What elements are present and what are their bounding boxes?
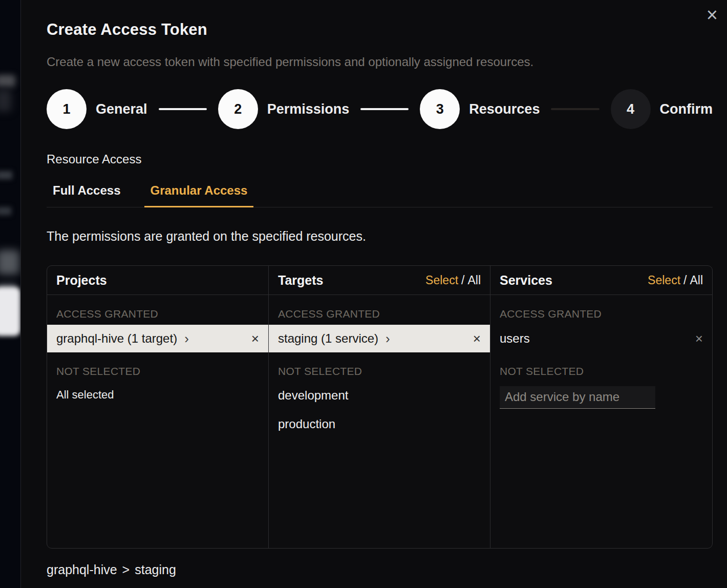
chevron-right-icon: › (386, 332, 390, 345)
close-icon[interactable]: × (707, 5, 718, 25)
background-blur-shape (0, 207, 11, 215)
selected-target-label: staging (1 service) (278, 331, 378, 346)
resource-picker-table: Projects ACCESS GRANTED graphql-hive (1 … (47, 265, 713, 549)
step-label: Resources (469, 101, 540, 117)
select-links-divider: / (461, 274, 464, 287)
tab-granular-access[interactable]: Granular Access (144, 183, 254, 207)
projects-all-selected-note: All selected (47, 388, 268, 402)
step-confirm[interactable]: 4 Confirm (611, 89, 713, 129)
projects-column-header: Projects (47, 266, 268, 295)
targets-column-title: Targets (278, 273, 323, 288)
targets-not-selected-label: NOT SELECTED (269, 365, 490, 377)
step-resources[interactable]: 3 Resources (420, 89, 540, 129)
services-access-granted-label: ACCESS GRANTED (490, 308, 712, 320)
projects-access-granted-label: ACCESS GRANTED (47, 308, 268, 320)
modal-title: Create Access Token (47, 20, 713, 39)
step-connector (159, 108, 207, 110)
targets-select-links: Select/All (425, 274, 481, 287)
step-label: General (96, 101, 147, 117)
targets-all-link[interactable]: All (467, 274, 481, 287)
step-label: Confirm (660, 101, 713, 117)
resource-access-heading: Resource Access (47, 152, 713, 166)
breadcrumb-target: staging (135, 562, 176, 577)
background-blur-shape (0, 250, 19, 275)
projects-not-selected-label: NOT SELECTED (47, 365, 268, 377)
breadcrumb: graphql-hive > staging (47, 562, 713, 577)
step-number-circle: 1 (47, 89, 87, 129)
selected-target-row[interactable]: staging (1 service) › × (269, 325, 490, 352)
remove-service-icon[interactable]: × (695, 332, 703, 345)
step-connector (360, 108, 409, 110)
background-blur-shape (0, 75, 15, 87)
background-page-strip (0, 0, 20, 588)
targets-select-link[interactable]: Select (425, 274, 458, 287)
selected-project-row[interactable]: graphql-hive (1 target) › × (47, 325, 268, 352)
selected-project-label: graphql-hive (1 target) (56, 331, 177, 346)
services-column-title: Services (500, 273, 552, 288)
select-links-divider: / (683, 274, 687, 287)
breadcrumb-separator: > (122, 562, 130, 577)
background-blur-shape (0, 89, 11, 112)
selected-service-label: users (500, 331, 530, 346)
modal-subtitle: Create a new access token with specified… (47, 55, 713, 69)
remove-project-icon[interactable]: × (251, 332, 259, 345)
step-number-circle: 3 (420, 89, 460, 129)
background-blur-shape (0, 171, 12, 179)
background-blur-shape (0, 287, 20, 336)
services-column-header: Services Select/All (490, 266, 712, 295)
projects-column: Projects ACCESS GRANTED graphql-hive (1 … (47, 266, 269, 548)
chevron-right-icon: › (184, 332, 189, 345)
breadcrumb-project: graphql-hive (47, 562, 117, 577)
targets-column: Targets Select/All ACCESS GRANTED stagin… (269, 266, 490, 548)
step-label: Permissions (267, 101, 350, 117)
target-item-production[interactable]: production (269, 410, 490, 438)
step-general[interactable]: 1 General (47, 89, 147, 129)
targets-column-header: Targets Select/All (269, 266, 490, 295)
targets-unselected-list: development production (269, 381, 490, 438)
access-mode-tabs: Full Access Granular Access (47, 183, 713, 207)
granular-access-description: The permissions are granted on the speci… (47, 229, 713, 244)
selected-service-row[interactable]: users × (490, 325, 712, 352)
tab-full-access[interactable]: Full Access (47, 183, 127, 207)
projects-column-title: Projects (56, 273, 107, 288)
step-permissions[interactable]: 2 Permissions (218, 89, 350, 129)
target-item-development[interactable]: development (269, 381, 490, 410)
step-number-circle: 4 (611, 89, 651, 129)
wizard-stepper: 1 General 2 Permissions 3 Resources 4 Co… (47, 89, 713, 129)
remove-target-icon[interactable]: × (473, 332, 481, 345)
step-connector (551, 108, 599, 110)
services-not-selected-label: NOT SELECTED (490, 365, 712, 377)
targets-access-granted-label: ACCESS GRANTED (269, 308, 490, 320)
step-number-circle: 2 (218, 89, 258, 129)
services-all-link[interactable]: All (690, 274, 703, 287)
services-select-links: Select/All (648, 274, 703, 287)
create-access-token-modal: × Create Access Token Create a new acces… (20, 0, 727, 588)
services-select-link[interactable]: Select (648, 274, 680, 287)
add-service-input[interactable] (500, 386, 655, 409)
services-column: Services Select/All ACCESS GRANTED users… (490, 266, 712, 548)
